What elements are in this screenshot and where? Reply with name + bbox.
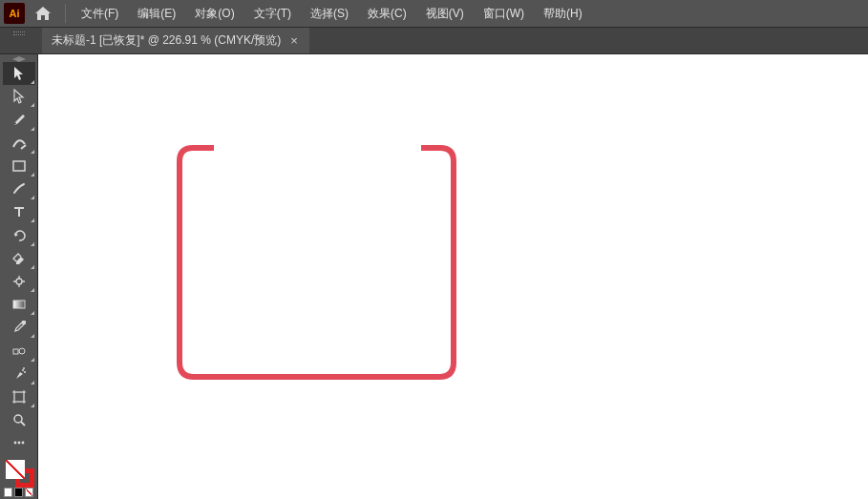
svg-rect-3 [13, 301, 25, 308]
eraser-tool[interactable] [3, 247, 35, 270]
eyedropper-tool[interactable] [3, 316, 35, 339]
document-tab[interactable]: 未标题-1 [已恢复]* @ 226.91 % (CMYK/预览) × [42, 28, 309, 53]
menu-separator [65, 4, 66, 23]
svg-point-7 [22, 369, 24, 371]
document-tab-title: 未标题-1 [已恢复]* @ 226.91 % (CMYK/预览) [52, 32, 281, 49]
menu-help[interactable]: 帮助(H) [536, 2, 590, 26]
curvature-tool[interactable] [3, 132, 35, 155]
menu-effect[interactable]: 效果(C) [360, 2, 414, 26]
home-icon[interactable] [34, 6, 52, 21]
svg-rect-1 [13, 161, 25, 171]
flyout-indicator-icon [31, 288, 34, 292]
tabstrip-grip-icon[interactable] [0, 28, 38, 39]
flyout-indicator-icon [31, 127, 34, 131]
artwork-path[interactable] [176, 143, 457, 382]
type-tool[interactable] [3, 200, 35, 223]
menu-select[interactable]: 选择(S) [303, 2, 356, 26]
brush-tool[interactable] [3, 177, 35, 200]
document-tab-strip: 未标题-1 [已恢复]* @ 226.91 % (CMYK/预览) × [0, 28, 868, 54]
app-logo-text: Ai [10, 8, 20, 19]
color-mode-color[interactable] [4, 488, 12, 497]
close-icon[interactable]: × [288, 33, 300, 48]
flyout-indicator-icon [31, 265, 34, 269]
direct-selection-tool[interactable] [3, 85, 35, 108]
fill-stroke-swatch[interactable] [4, 458, 34, 488]
color-mode-row[interactable] [3, 488, 35, 499]
pen-tool[interactable] [3, 108, 35, 131]
svg-point-12 [13, 442, 16, 445]
symbol-sprayer-tool[interactable] [3, 363, 35, 385]
menu-bar: Ai 文件(F) 编辑(E) 对象(O) 文字(T) 选择(S) 效果(C) 视… [0, 0, 868, 28]
svg-rect-4 [22, 321, 26, 324]
gradient-tool[interactable] [3, 293, 35, 316]
flyout-indicator-icon [31, 358, 34, 362]
svg-rect-10 [14, 392, 24, 402]
flyout-indicator-icon [31, 150, 34, 154]
svg-point-6 [19, 348, 25, 354]
flyout-indicator-icon [31, 103, 34, 107]
fill-swatch[interactable] [6, 460, 25, 479]
menu-file[interactable]: 文件(F) [74, 2, 126, 26]
svg-point-13 [17, 442, 20, 445]
svg-point-8 [24, 371, 26, 373]
menu-edit[interactable]: 编辑(E) [130, 2, 183, 26]
canvas[interactable] [38, 54, 868, 499]
flyout-indicator-icon [31, 311, 34, 315]
svg-point-2 [16, 279, 22, 284]
tools-panel [0, 54, 38, 499]
flyout-indicator-icon [31, 173, 34, 177]
flyout-indicator-icon [31, 80, 34, 84]
zoom-tool[interactable] [3, 408, 35, 431]
menu-object[interactable]: 对象(O) [187, 2, 242, 26]
svg-point-14 [21, 442, 24, 445]
flyout-indicator-icon [31, 404, 34, 407]
flyout-indicator-icon [31, 196, 34, 199]
flyout-indicator-icon [31, 218, 34, 222]
artboard-tool[interactable] [3, 385, 35, 408]
scale-tool[interactable] [3, 270, 35, 293]
toolbox-grip-icon[interactable] [0, 54, 37, 62]
rotate-tool[interactable] [3, 223, 35, 246]
svg-point-11 [14, 415, 22, 423]
blend-tool[interactable] [3, 339, 35, 362]
app-logo: Ai [4, 3, 25, 24]
rectangle-tool[interactable] [3, 155, 35, 177]
flyout-indicator-icon [31, 381, 34, 385]
color-mode-none[interactable] [25, 488, 33, 497]
svg-point-9 [23, 367, 25, 369]
menu-view[interactable]: 视图(V) [418, 2, 472, 26]
menu-window[interactable]: 窗口(W) [476, 2, 532, 26]
menu-type[interactable]: 文字(T) [246, 2, 299, 26]
flyout-indicator-icon [31, 242, 34, 246]
edit-toolbar-button[interactable] [3, 431, 35, 454]
flyout-indicator-icon [31, 334, 34, 338]
color-mode-gradient[interactable] [14, 488, 23, 497]
svg-rect-5 [13, 349, 18, 354]
selection-tool[interactable] [3, 62, 35, 85]
svg-point-0 [14, 122, 16, 124]
